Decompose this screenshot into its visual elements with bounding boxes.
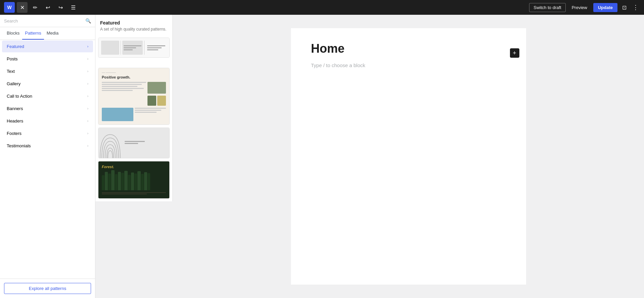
card-preview-forest: Forest. — [98, 161, 169, 198]
tab-media[interactable]: Media — [44, 27, 61, 40]
preview-button[interactable]: Preview — [569, 3, 590, 12]
card-preview-three-cols — [98, 38, 169, 57]
chevron-right-icon: › — [87, 69, 88, 73]
nav-item-label: Testimonials — [7, 143, 31, 148]
add-block-button[interactable]: + — [510, 48, 519, 58]
more-options-icon[interactable]: ⋮ — [631, 2, 640, 12]
nav-item-label: Gallery — [7, 81, 20, 86]
topbar-left: W ✕ ✏ ↩ ↪ ☰ — [4, 2, 79, 13]
pg-text — [102, 82, 146, 106]
nav-item-label: Posts — [7, 56, 18, 61]
arch-lines — [98, 128, 122, 158]
chevron-right-icon: › — [87, 82, 88, 86]
chevron-right-icon: › — [87, 144, 88, 148]
nav-item-posts[interactable]: Posts › — [2, 53, 93, 65]
nav-item-label: Headers — [7, 118, 23, 123]
nav-item-label: Featured — [7, 44, 24, 49]
pg-title: Positive growth. — [102, 75, 166, 79]
nav-item-label: Call to Action — [7, 94, 32, 99]
nav-item-testimonials[interactable]: Testimonials › — [2, 140, 93, 152]
chevron-right-icon: › — [87, 45, 88, 48]
nav-item-label: Banners — [7, 106, 23, 111]
chevron-right-icon: › — [87, 57, 88, 61]
nav-item-banners[interactable]: Banners › — [2, 103, 93, 114]
patterns-title: Featured — [100, 20, 168, 26]
canvas-area[interactable]: Home Type / to choose a block + — [173, 15, 644, 298]
explore-btn-container: Explore all patterns — [0, 279, 95, 298]
search-input[interactable] — [4, 18, 83, 23]
pg-bottom-row — [102, 108, 166, 121]
search-icon[interactable]: 🔍 — [85, 18, 91, 23]
forest-trees — [102, 170, 166, 190]
forest-lines — [102, 192, 166, 195]
patterns-header: Featured A set of high quality curated p… — [95, 15, 172, 38]
undo-icon: ↩ — [46, 4, 50, 11]
pattern-card-three-cols[interactable]: Three columns of text — [98, 38, 170, 58]
chevron-right-icon: › — [87, 132, 88, 135]
switch-to-draft-button[interactable]: Switch to draft — [529, 3, 565, 12]
canvas-title: Home — [311, 42, 506, 56]
pattern-card-arch[interactable] — [98, 128, 170, 158]
forest-title: Forest. — [102, 165, 166, 169]
patterns-panel-wrapper: Featured A set of high quality curated p… — [95, 15, 173, 298]
nav-item-gallery[interactable]: Gallery › — [2, 78, 93, 90]
explore-all-patterns-button[interactable]: Explore all patterns — [4, 283, 91, 294]
patterns-subtitle: A set of high quality curated patterns. — [100, 27, 168, 32]
list-icon: ☰ — [71, 4, 76, 11]
canvas-content: Home Type / to choose a block + — [291, 28, 526, 285]
chevron-right-icon: › — [87, 119, 88, 123]
close-icon: ✕ — [20, 4, 25, 11]
nav-item-label: Footers — [7, 131, 22, 136]
pattern-card-positive-growth[interactable]: ── ────── Positive growth. — [98, 68, 170, 125]
arch-text-block — [122, 128, 147, 158]
nav-item-text[interactable]: Text › — [2, 65, 93, 77]
nav-item-call-to-action[interactable]: Call to Action › — [2, 90, 93, 102]
topbar: W ✕ ✏ ↩ ↪ ☰ Switch to draft Preview Upda… — [0, 0, 644, 15]
nav-list: Featured › Posts › Text › Gallery › Call… — [0, 40, 95, 279]
edit-button[interactable]: ✏ — [30, 2, 40, 13]
close-button[interactable]: ✕ — [17, 2, 28, 13]
tab-blocks[interactable]: Blocks — [4, 27, 22, 40]
canvas-placeholder-text[interactable]: Type / to choose a block — [311, 62, 506, 68]
pattern-card-forest[interactable]: Forest. — [98, 161, 170, 199]
nav-item-featured[interactable]: Featured › — [2, 41, 93, 52]
patterns-panel: Featured A set of high quality curated p… — [95, 15, 173, 201]
list-view-button[interactable]: ☰ — [68, 2, 79, 13]
chevron-right-icon: › — [87, 94, 88, 98]
chevron-right-icon: › — [87, 107, 88, 110]
topbar-right: Switch to draft Preview Update ⊡ ⋮ — [529, 2, 640, 12]
redo-button[interactable]: ↪ — [55, 2, 66, 13]
card-preview-positive-growth: ── ────── Positive growth. — [98, 68, 169, 125]
pg-body — [102, 82, 166, 106]
main-layout: 🔍 Blocks Patterns Media Featured › Posts… — [0, 15, 644, 298]
search-bar: 🔍 — [0, 15, 95, 27]
pg-images — [147, 82, 166, 106]
edit-icon: ✏ — [33, 4, 37, 11]
tabs: Blocks Patterns Media — [0, 27, 95, 40]
left-panel: 🔍 Blocks Patterns Media Featured › Posts… — [0, 15, 95, 298]
nav-item-headers[interactable]: Headers › — [2, 115, 93, 127]
redo-icon: ↪ — [58, 4, 63, 11]
layout-icon[interactable]: ⊡ — [621, 3, 628, 12]
pg-label: ── ────── — [102, 71, 166, 74]
card-preview-arch — [98, 128, 169, 158]
nav-item-footers[interactable]: Footers › — [2, 128, 93, 139]
tab-patterns[interactable]: Patterns — [22, 27, 44, 40]
wp-logo-icon[interactable]: W — [4, 2, 15, 13]
nav-item-label: Text — [7, 69, 15, 74]
undo-button[interactable]: ↩ — [42, 2, 53, 13]
update-button[interactable]: Update — [593, 3, 617, 12]
